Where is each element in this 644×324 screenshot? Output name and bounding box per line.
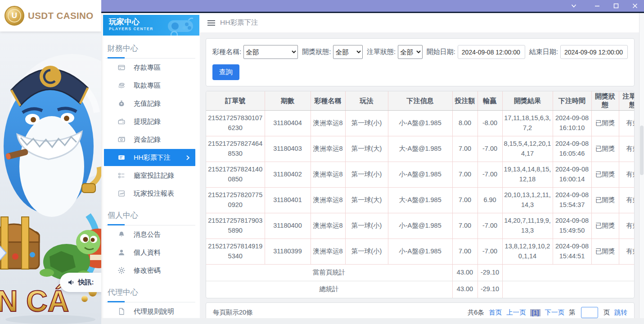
prev-page-link[interactable]: 上一页 [506, 308, 526, 317]
filter-date-input-4[interactable] [560, 45, 628, 59]
cell-0: 2152172578274648530 [206, 136, 265, 162]
bell-icon [117, 230, 126, 238]
promo-caption-text: N CÁ [0, 284, 69, 318]
column-header: 輸贏 [477, 91, 502, 111]
summary-bet-total: 43.00 [452, 265, 477, 281]
filter-date-input-3[interactable] [458, 45, 525, 59]
app-window: U USDT CASINO [0, 0, 644, 324]
sidebar-item-user[interactable]: 個人資料 [101, 243, 200, 261]
summary-label: 總統計 [206, 281, 452, 298]
column-header: 玩法 [345, 91, 388, 111]
report-chart-icon [117, 189, 126, 198]
jump-page-input[interactable] [581, 307, 598, 318]
coin-monogram: U [8, 9, 21, 22]
total-count: 共6条 [468, 308, 484, 317]
column-header: 期數 [265, 91, 311, 111]
cell-8: 2024-09-08 16:05:46 [553, 136, 591, 162]
cashout-wallet-icon [117, 117, 126, 126]
filter-actions: 查詢 [212, 64, 628, 80]
summary-empty [502, 281, 635, 298]
vertical-scrollbar[interactable] [639, 13, 644, 318]
bet-row: 215217257827464853031180403澳洲幸运8第一球(大)大-… [206, 136, 635, 162]
summary-bet-total: 43.00 [452, 281, 477, 298]
page-header: HH彩票下注 [200, 13, 639, 32]
gear-icon [117, 266, 126, 274]
column-header: 投注額 [452, 91, 477, 111]
sidebar-item-report-chart[interactable]: 玩家投注報表 [101, 184, 200, 202]
table-header-row: 訂單號期數彩種名稱玩法下注信息投注額輸贏開獎結果下注時間開獎狀態注單狀態 [206, 91, 635, 111]
cell-2: 澳洲幸运8 [311, 239, 345, 265]
bet-row: 215217257824140085031180402澳洲幸运8第一球(小)小-… [206, 162, 635, 188]
withdraw-hand-icon [117, 81, 126, 90]
sidebar-item-label: 存款專區 [134, 63, 161, 72]
lottery-ticket-icon [117, 153, 126, 162]
summary-row: 當前頁統計43.00-29.10 [206, 265, 635, 281]
sidebar-item-recharge-bag[interactable]: 充值記錄 [101, 94, 200, 112]
sidebar-item-deposit-card[interactable]: 存款專區 [101, 58, 200, 76]
current-page[interactable]: [1] [530, 309, 540, 316]
filter-label-2: 注單狀態: [367, 48, 396, 56]
cell-7: 13,8,12,19,10,20,1,14 [502, 239, 553, 265]
window-minimize-icon[interactable] [594, 2, 601, 9]
promo-column: U USDT CASINO [0, 0, 101, 324]
cell-0: 2152172578241400850 [206, 162, 265, 188]
window-maximize-icon[interactable] [612, 2, 620, 9]
summary-win-total: -29.10 [477, 281, 502, 298]
sidebar-section-divider [106, 224, 195, 225]
first-page-link[interactable]: 首页 [489, 308, 502, 317]
cell-0: 2152172578179035890 [206, 213, 265, 239]
window-close-icon[interactable] [631, 2, 639, 9]
sidebar-item-document[interactable]: 代理規則說明 [101, 302, 200, 318]
window-chevron-icon[interactable] [570, 2, 577, 9]
cell-1: 31180399 [265, 239, 311, 265]
sidebar-item-gear[interactable]: 修改密碼 [101, 261, 200, 279]
cell-3: 第一球(小) [345, 239, 388, 265]
cell-9: 已開獎 [591, 111, 619, 136]
sidebar-item-label: 充值記錄 [134, 99, 161, 108]
sidebar-item-withdraw-hand[interactable]: 取款專區 [101, 76, 200, 94]
cell-1: 31180402 [265, 162, 311, 188]
jump-action-link[interactable]: 跳转 [614, 308, 627, 317]
sidebar-item-bell[interactable]: 消息公告 [101, 225, 200, 243]
sidebar-item-room-list[interactable]: 廳室投註記錄 [101, 166, 200, 184]
filter-panel: 彩種名稱:全部開獎狀態:全部注單狀態:全部開始日期:結束日期: 查詢 [206, 38, 635, 86]
bet-row: 215217257820775092031180401澳洲幸运8第一球(大)大-… [206, 188, 635, 213]
cell-6: -7.00 [477, 162, 502, 188]
filter-select-0[interactable]: 全部 [243, 45, 298, 59]
cell-6: -7.00 [477, 239, 502, 265]
sidebar-item-label: 代理規則說明 [134, 307, 174, 316]
pager: 共6条 首页 上一页 [1] 下一页 第 页 跳转 [468, 307, 627, 318]
deposit-card-icon [117, 63, 126, 72]
cell-0: 2152172578301076230 [206, 111, 265, 136]
cell-9: 已開獎 [591, 239, 619, 265]
cell-4: 大-A盤@1.985 [388, 188, 452, 213]
sidebar-item-label: 資金記錄 [134, 135, 161, 144]
filter-select-1[interactable]: 全部 [333, 45, 363, 59]
document-icon [117, 307, 126, 315]
cell-3: 第一球(大) [345, 136, 388, 162]
cell-5: 7.00 [452, 136, 477, 162]
sidebar-item-funds-note[interactable]: 資金記錄 [101, 130, 200, 148]
filter-select-2[interactable]: 全部 [398, 45, 423, 59]
coin-logo-icon: U [5, 6, 24, 26]
sidebar-item-cashout-wallet[interactable]: 提現記錄 [101, 112, 200, 130]
cell-5: 7.00 [452, 213, 477, 239]
titlebar-divider [101, 12, 644, 13]
cell-0: 2152172578149195340 [206, 239, 265, 265]
search-button[interactable]: 查詢 [212, 64, 239, 80]
sidebar-item-lottery-ticket[interactable]: HH彩票下注 [104, 149, 195, 166]
sidebar-section-label: 財務中心 [108, 43, 195, 54]
cell-8: 2024-09-08 15:54:37 [553, 188, 591, 213]
filter-label-1: 開獎狀態: [302, 48, 331, 56]
summary-win-total: -29.10 [477, 265, 502, 281]
cell-5: 7.00 [452, 239, 477, 265]
scrollbar-thumb[interactable] [640, 126, 644, 175]
cell-0: 2152172578207750920 [206, 188, 265, 213]
summary-empty [502, 265, 635, 281]
cell-8: 2024-09-08 16:10:10 [553, 111, 591, 136]
funds-note-icon [117, 135, 126, 144]
menu-toggle-icon[interactable] [207, 20, 215, 26]
next-page-link[interactable]: 下一页 [545, 308, 565, 317]
cell-2: 澳洲幸运8 [311, 162, 345, 188]
summary-label: 當前頁統計 [206, 265, 452, 281]
